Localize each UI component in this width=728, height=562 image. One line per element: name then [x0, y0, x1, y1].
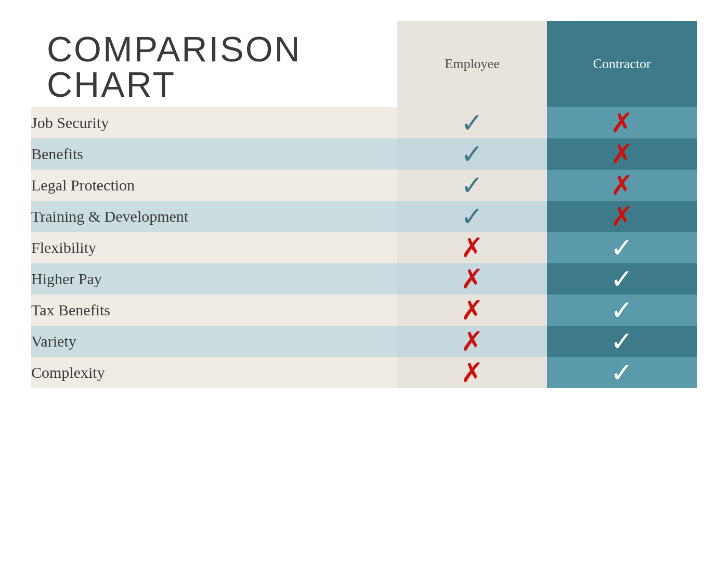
contractor-value: ✗: [547, 107, 697, 138]
row-label: Job Security: [31, 107, 397, 138]
employee-value: ✗: [397, 263, 547, 295]
row-label: Higher Pay: [31, 263, 397, 295]
contractor-value: ✗: [547, 138, 697, 170]
row-label: Flexibility: [31, 232, 397, 263]
table-row: Benefits✓✗: [31, 138, 697, 170]
row-label: Complexity: [31, 357, 397, 388]
contractor-value: ✗: [547, 201, 697, 232]
chart-title: COMPARISON CHART: [47, 29, 302, 104]
employee-header: Employee: [397, 21, 547, 107]
table-row: Job Security✓✗: [31, 107, 697, 138]
employee-value: ✗: [397, 295, 547, 326]
contractor-value: ✓: [547, 232, 697, 263]
row-label: Variety: [31, 326, 397, 357]
row-label: Legal Protection: [31, 170, 397, 201]
table-row: Tax Benefits✗✓: [31, 295, 697, 326]
contractor-value: ✓: [547, 326, 697, 357]
employee-value: ✓: [397, 170, 547, 201]
employee-value: ✗: [397, 232, 547, 263]
contractor-value: ✓: [547, 295, 697, 326]
comparison-table: COMPARISON CHART Employee Contractor Job…: [31, 21, 697, 388]
employee-value: ✓: [397, 138, 547, 170]
table-row: Flexibility✗✓: [31, 232, 697, 263]
table-row: Variety✗✓: [31, 326, 697, 357]
employee-value: ✗: [397, 326, 547, 357]
row-label: Tax Benefits: [31, 295, 397, 326]
employee-value: ✓: [397, 201, 547, 232]
table-row: Legal Protection✓✗: [31, 170, 697, 201]
chart-title-cell: COMPARISON CHART: [31, 21, 397, 107]
employee-value: ✗: [397, 357, 547, 388]
contractor-value: ✗: [547, 170, 697, 201]
employee-value: ✓: [397, 107, 547, 138]
table-row: Higher Pay✗✓: [31, 263, 697, 295]
contractor-value: ✓: [547, 357, 697, 388]
contractor-value: ✓: [547, 263, 697, 295]
contractor-header: Contractor: [547, 21, 697, 107]
table-row: Training & Development✓✗: [31, 201, 697, 232]
row-label: Benefits: [31, 138, 397, 170]
table-row: Complexity✗✓: [31, 357, 697, 388]
page: COMPARISON CHART Employee Contractor Job…: [0, 0, 728, 562]
row-label: Training & Development: [31, 201, 397, 232]
header-row: COMPARISON CHART Employee Contractor: [31, 21, 697, 107]
